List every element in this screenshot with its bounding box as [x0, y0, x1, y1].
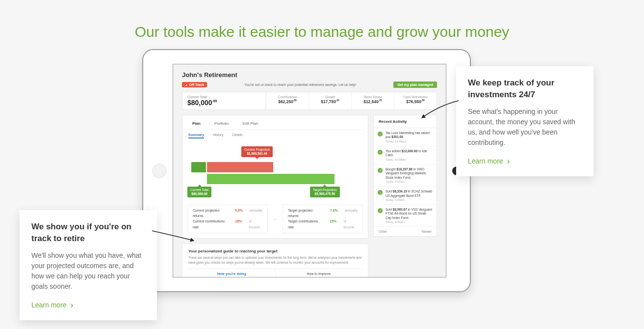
page-headline: Our tools make it easier to manage and g… [0, 0, 644, 55]
activity-text: Sold $8,334.19 in SCHZ Schwab US Aggrega… [386, 190, 433, 198]
learn-more-link[interactable]: Learn more [31, 301, 74, 309]
stat-label: Taxes Saved [354, 95, 392, 99]
stat-contributions: Contributions $62,250.80 [266, 92, 309, 110]
current-projection-label: Current Projection [244, 148, 270, 151]
tab-portfolio[interactable]: Portfolio [214, 121, 229, 126]
target-projection-value: $3,503,475.50 [315, 192, 335, 195]
subtab-details[interactable]: Details [232, 133, 243, 138]
guide-tab-how-doing[interactable]: How you're doing [188, 269, 276, 277]
app-dashboard: John's Retirement Off Track You're not o… [173, 64, 446, 277]
chart-current-total-value: $80,000.00 [191, 192, 207, 195]
callout-body: We'll show you what you have, what your … [31, 250, 145, 292]
bar-current-total [191, 162, 206, 172]
activity-item: ✓Sold $8,334.19 in SCHZ Schwab US Aggreg… [374, 187, 437, 205]
stat-cash-reinvested: Cash Reinvested $76,550.00 [394, 92, 437, 110]
activity-dot-icon: ✓ [378, 132, 383, 137]
target-projection-label: Target Projection [313, 188, 337, 192]
tablet-camera-icon [152, 164, 167, 178]
chart-current-total-label: Current Total [190, 188, 208, 192]
activity-item: ✓Sold $9,963.67 in VSS Vanguard FTSE All… [374, 205, 437, 227]
stat-label: Cash Reinvested [396, 95, 435, 99]
stat-value: $17,750 [321, 99, 336, 104]
stat-value: $12,540 [363, 99, 379, 104]
activity-item: ✓Tax Loss Harvesting has saved you $201.… [374, 128, 437, 146]
activity-dot-icon: ✓ [378, 150, 383, 155]
personalized-guide: Your personalized guide to reaching your… [182, 244, 368, 277]
arrow-right-icon: → [271, 204, 280, 233]
guide-body: There are several steps you can take to … [188, 255, 362, 265]
activity-text: Bought $18,297.86 in VWO Vanguard Emergi… [386, 167, 433, 180]
callout-on-track: We show you if you're on track to retire… [20, 210, 157, 320]
current-projection-value: $1,060,501.44 [247, 152, 267, 155]
callout-title: We show you if you're on track to retire [31, 221, 145, 245]
bar-current-projection [207, 162, 273, 172]
get-plan-managed-button[interactable]: Get my plan managed [393, 82, 437, 88]
stat-growth: Growth $17,750.20 [309, 92, 351, 110]
target-rates-box: Target projected returns 7.6% annually T… [283, 204, 363, 233]
callout-body: See what's happening in your account, th… [468, 107, 582, 148]
current-rates-box: Current projected returns 5.6% annually … [187, 204, 268, 233]
activity-dot-icon: ✓ [378, 168, 383, 173]
stat-value: $76,550 [406, 99, 421, 104]
activity-time: Today, 9:03am [386, 220, 433, 223]
activity-newer-link[interactable]: Newer [422, 230, 432, 233]
stats-strip: Current Total $80,000.00 Contributions $… [182, 92, 437, 110]
activity-time: Today, 10:08am [386, 158, 433, 161]
current-total-cents: .00 [212, 99, 217, 103]
activity-item: ✓Bought $18,297.86 in VWO Vanguard Emerg… [374, 164, 437, 187]
tab-plan[interactable]: Plan [192, 121, 201, 126]
activity-older-link[interactable]: Older [379, 230, 387, 233]
recent-activity-heading: Recent Activity [374, 115, 437, 128]
activity-text: You added $12,000.00 to Idle Cash. [386, 149, 433, 158]
activity-dot-icon: ✓ [378, 208, 383, 213]
guide-tab-how-improve[interactable]: How to improve [276, 269, 362, 277]
subtab-history[interactable]: History [213, 133, 224, 138]
current-total-stat: Current Total $80,000.00 [182, 92, 266, 110]
tab-edit-plan[interactable]: Edit Plan [242, 121, 258, 126]
plan-panel: Plan Portfolio Edit Plan Summary History… [182, 115, 368, 239]
activity-time: Today, 9:07am [386, 180, 433, 183]
plan-title: John's Retirement [182, 71, 437, 79]
activity-item: ✓You added $12,000.00 to Idle Cash.Today… [374, 146, 437, 164]
stat-taxes-saved: Taxes Saved $12,540.25 [351, 92, 394, 110]
learn-more-link[interactable]: Learn more [468, 157, 510, 165]
stat-value: $62,250 [278, 99, 293, 104]
on-track-warning: You're not on track to reach your potent… [211, 83, 389, 86]
activity-time: Today, 9:04am [386, 198, 433, 201]
guide-title: Your personalized guide to reaching your… [188, 249, 362, 253]
stat-label: Growth [311, 95, 349, 99]
subtab-summary[interactable]: Summary [188, 133, 204, 138]
activity-text: Sold $9,963.67 in VSS Vanguard FTSE All-… [386, 208, 433, 220]
activity-time: Today, 12:48pm [386, 140, 433, 143]
callout-investments-247: We keep track of your investments 24/7 S… [456, 66, 593, 176]
stat-label: Contributions [268, 95, 307, 99]
tablet-frame: John's Retirement Off Track You're not o… [142, 49, 471, 292]
projection-chart: Current Projection $1,060,501.44 Current… [187, 148, 363, 197]
activity-dot-icon: ✓ [378, 190, 383, 195]
current-total-value: $80,000 [187, 99, 212, 107]
off-track-badge: Off Track [182, 82, 207, 87]
current-total-label: Current Total [187, 95, 260, 99]
callout-title: We keep track of your investments 24/7 [468, 77, 582, 101]
recent-activity-panel: Recent Activity ✓Tax Loss Harvesting has… [373, 115, 437, 237]
activity-text: Tax Loss Harvesting has saved you $201.0… [386, 131, 433, 139]
tablet-screen: John's Retirement Off Track You're not o… [173, 64, 446, 277]
bar-target-projection [207, 174, 335, 184]
